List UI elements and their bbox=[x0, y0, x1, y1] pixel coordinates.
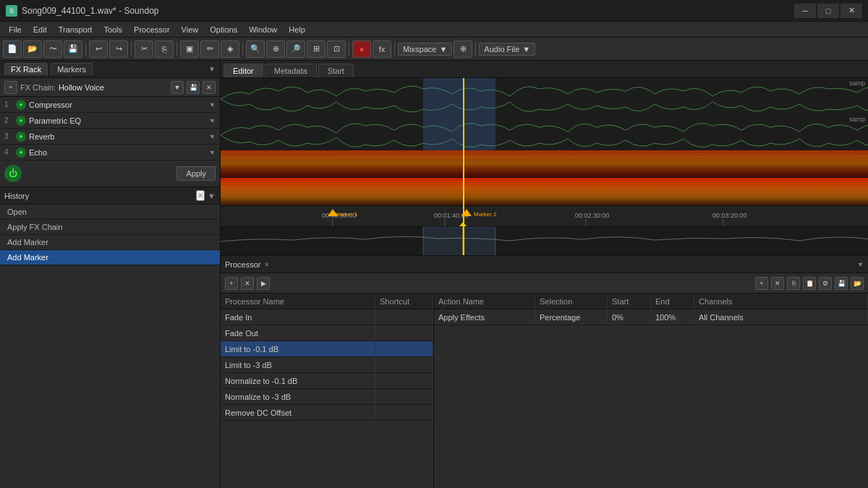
tb-record-btn[interactable]: ● bbox=[352, 40, 371, 58]
menu-help[interactable]: Help bbox=[283, 24, 311, 35]
window-title: Song009_44100_1.wav* - Soundop bbox=[22, 6, 159, 16]
minimize-button[interactable]: ─ bbox=[794, 4, 816, 18]
tab-fx-rack[interactable]: FX Rack bbox=[4, 63, 48, 75]
tb-select[interactable]: ▣ bbox=[180, 40, 199, 58]
add-fx-button[interactable]: + bbox=[4, 81, 17, 94]
fx-power-2[interactable]: ● bbox=[16, 116, 26, 126]
fx-chain-close[interactable]: ✕ bbox=[203, 81, 216, 94]
tb-cut[interactable]: ✂ bbox=[135, 40, 153, 58]
proc-row-norm-3[interactable]: Normalize to -3 dB bbox=[221, 389, 433, 405]
menu-window[interactable]: Window bbox=[243, 24, 283, 35]
action-end-apply: 100% bbox=[651, 309, 694, 325]
action-save-btn[interactable]: 💾 bbox=[835, 277, 848, 290]
tb-zoom-fit[interactable]: ⊞ bbox=[307, 40, 326, 58]
close-button[interactable]: ✕ bbox=[841, 4, 862, 18]
tb-zoom-sel[interactable]: ⊕ bbox=[266, 40, 285, 58]
fx-power-toggle[interactable]: ⏻ bbox=[4, 165, 22, 182]
tb-mixspace-add[interactable]: ⊕ bbox=[454, 40, 472, 58]
fx-power-4[interactable]: ● bbox=[16, 147, 26, 158]
fx-chain-save[interactable]: 💾 bbox=[187, 81, 200, 94]
proc-row-norm-01[interactable]: Normalize to -0.1 dB bbox=[221, 373, 433, 389]
history-add-marker-2[interactable]: Add Marker bbox=[0, 250, 220, 265]
proc-add-btn[interactable]: + bbox=[225, 277, 238, 290]
fx-expand-2[interactable]: ▼ bbox=[209, 117, 216, 124]
proc-row-limit-3[interactable]: Limit to -3 dB bbox=[221, 357, 433, 373]
menu-view[interactable]: View bbox=[176, 24, 205, 35]
proc-row-limit-01[interactable]: Limit to -0.1 dB bbox=[221, 341, 433, 357]
spectrogram-bottom-svg bbox=[221, 178, 868, 206]
fx-expand-4[interactable]: ▼ bbox=[209, 149, 216, 156]
tb-save-wave[interactable]: 〜 bbox=[43, 40, 62, 58]
processor-header: Processor ✕ ▼ bbox=[221, 256, 868, 273]
tb-zoom-in[interactable]: 🔍 bbox=[246, 40, 265, 58]
mixspace-selector[interactable]: Mixspace ▼ bbox=[398, 43, 452, 56]
proc-remove-btn[interactable]: ✕ bbox=[241, 277, 254, 290]
toolbar-separator-7 bbox=[475, 42, 476, 56]
proc-list: Fade In Fade Out Limit to -0.1 dB L bbox=[221, 309, 433, 488]
tab-start[interactable]: Start bbox=[318, 64, 354, 77]
spectrogram-bottom: Hz bbox=[221, 178, 868, 206]
tb-pencil[interactable]: ✏ bbox=[200, 40, 219, 58]
action-row-apply-effects[interactable]: Apply Effects Percentage 0% 100% All Cha… bbox=[434, 309, 868, 325]
fx-expand-1[interactable]: ▼ bbox=[209, 101, 216, 108]
menu-transport[interactable]: Transport bbox=[53, 24, 98, 35]
action-remove-btn[interactable]: ✕ bbox=[771, 277, 784, 290]
fx-power-1[interactable]: ● bbox=[16, 100, 26, 110]
history-close[interactable]: ✕ bbox=[196, 190, 205, 201]
menu-edit[interactable]: Edit bbox=[27, 24, 53, 35]
tb-fx[interactable]: fx bbox=[373, 40, 391, 58]
menu-processor[interactable]: Processor bbox=[128, 24, 176, 35]
tb-open[interactable]: 📂 bbox=[23, 40, 42, 58]
proc-row-fade-in[interactable]: Fade In bbox=[221, 309, 433, 325]
processor-collapse[interactable]: ▼ bbox=[857, 261, 864, 268]
tab-editor[interactable]: Editor bbox=[224, 64, 263, 77]
fx-rack-collapse[interactable]: ▼ bbox=[208, 65, 216, 73]
minimap[interactable] bbox=[221, 226, 868, 255]
proc-play-btn[interactable]: ▶ bbox=[257, 277, 270, 290]
proc-row-dc[interactable]: Remove DC Offset bbox=[221, 405, 433, 421]
fx-num-2: 2 bbox=[4, 116, 13, 124]
tb-zoom-full[interactable]: ⊡ bbox=[327, 40, 346, 58]
apply-button[interactable]: Apply bbox=[176, 166, 216, 181]
action-list: Apply Effects Percentage 0% 100% All Cha… bbox=[434, 309, 868, 488]
menu-file[interactable]: File bbox=[3, 24, 27, 35]
editor-tabs: Editor Metadata Start bbox=[221, 61, 868, 78]
fx-expand-3[interactable]: ▼ bbox=[209, 133, 216, 140]
proc-shortcut-dc bbox=[375, 405, 433, 420]
processor-close[interactable]: ✕ bbox=[264, 261, 270, 268]
proc-row-fade-out[interactable]: Fade Out bbox=[221, 325, 433, 341]
proc-name-fade-out: Fade Out bbox=[221, 325, 375, 341]
history-apply-fx[interactable]: Apply FX Chain bbox=[0, 220, 220, 235]
svg-text:00:02:30:00: 00:02:30:00 bbox=[575, 212, 610, 219]
history-collapse[interactable]: ▼ bbox=[208, 192, 216, 200]
action-load-btn[interactable]: 📂 bbox=[851, 277, 864, 290]
action-settings-btn[interactable]: ⚙ bbox=[819, 277, 832, 290]
menu-tools[interactable]: Tools bbox=[98, 24, 128, 35]
action-paste-btn[interactable]: 📋 bbox=[803, 277, 816, 290]
tab-metadata[interactable]: Metadata bbox=[265, 64, 317, 77]
history-add-marker-1[interactable]: Add Marker bbox=[0, 235, 220, 250]
tb-copy[interactable]: ⎘ bbox=[155, 40, 174, 58]
processor-panel: Processor ✕ ▼ + ✕ ▶ + ✕ ⎘ 📋 ⚙ 💾 📂 bbox=[221, 255, 868, 488]
proc-table-header: Processor Name Shortcut bbox=[221, 294, 433, 309]
menu-options[interactable]: Options bbox=[204, 24, 243, 35]
action-copy-btn[interactable]: ⎘ bbox=[787, 277, 800, 290]
tb-zoom-out[interactable]: 🔎 bbox=[286, 40, 305, 58]
history-open[interactable]: Open bbox=[0, 205, 220, 220]
processor-list-pane: Processor Name Shortcut Fade In Fade Out bbox=[221, 294, 434, 488]
tab-markers[interactable]: Markers bbox=[51, 63, 93, 75]
tb-marker[interactable]: ◈ bbox=[221, 40, 239, 58]
action-add-btn[interactable]: + bbox=[755, 277, 768, 290]
fx-power-3[interactable]: ● bbox=[16, 132, 26, 142]
tb-new[interactable]: 📄 bbox=[3, 40, 22, 58]
tb-redo[interactable]: ↪ bbox=[109, 40, 128, 58]
proc-name-norm-01: Normalize to -0.1 dB bbox=[221, 373, 375, 388]
tb-save[interactable]: 💾 bbox=[64, 40, 82, 58]
toolbar-separator-2 bbox=[131, 42, 132, 56]
audio-file-selector[interactable]: Audio File ▼ bbox=[479, 43, 535, 56]
fx-rack-panel: FX Rack Markers ▼ + FX Chain: Hollow Voi… bbox=[0, 61, 220, 187]
fx-chain-dropdown[interactable]: ▼ bbox=[171, 81, 184, 94]
maximize-button[interactable]: □ bbox=[817, 4, 839, 18]
tb-undo[interactable]: ↩ bbox=[89, 40, 108, 58]
proc-shortcut-norm-3 bbox=[375, 389, 433, 404]
